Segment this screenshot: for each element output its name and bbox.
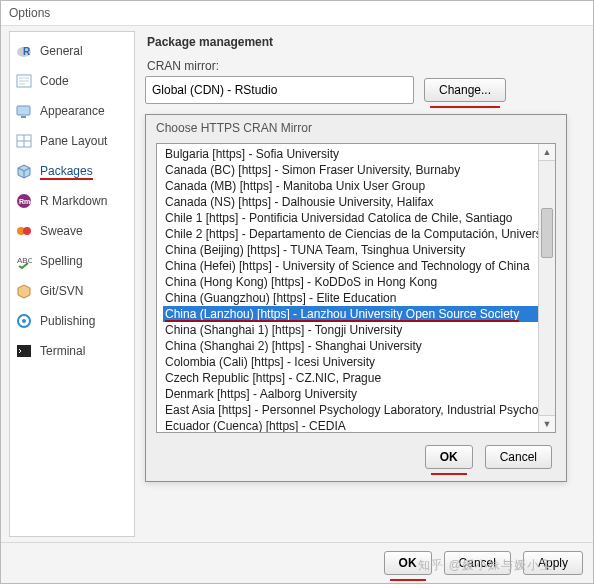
scroll-up-icon[interactable]: ▲ (539, 144, 555, 161)
mirror-list-item[interactable]: Chile 2 [https] - Departamento de Cienci… (163, 226, 539, 242)
mirror-list-item[interactable]: China (Hong Kong) [https] - KoDDoS in Ho… (163, 274, 539, 290)
svg-rect-13 (17, 345, 31, 357)
ok-button-wrap: OK (425, 445, 473, 469)
dialog-ok-button[interactable]: OK (425, 445, 473, 469)
svg-rect-3 (17, 106, 30, 115)
rmarkdown-icon: Rmd (16, 193, 32, 209)
mirror-list-item[interactable]: Czech Republic [https] - CZ.NIC, Prague (163, 370, 539, 386)
dialog-button-row: OK Cancel (146, 433, 566, 481)
mirror-list-item[interactable]: Ecuador (Cuenca) [https] - CEDIA (163, 418, 539, 432)
sidebar-item-label: Spelling (40, 254, 83, 268)
options-ok-button[interactable]: OK (384, 551, 432, 575)
mirror-list-item[interactable]: Canada (MB) [https] - Manitoba Unix User… (163, 178, 539, 194)
sidebar-item-label: Code (40, 74, 69, 88)
pane-layout-icon (16, 133, 32, 149)
mirror-list-item[interactable]: China (Shanghai 2) [https] - Shanghai Un… (163, 338, 539, 354)
sidebar-item-sweave[interactable]: Sweave (10, 216, 134, 246)
mirror-listbox[interactable]: Bulgaria [https] - Sofia UniversityCanad… (156, 143, 556, 433)
sidebar-item-label: Terminal (40, 344, 85, 358)
svg-text:R: R (23, 46, 31, 57)
svg-rect-4 (21, 116, 26, 118)
sidebar-item-label: General (40, 44, 83, 58)
terminal-icon (16, 343, 32, 359)
packages-icon (16, 163, 32, 179)
appearance-icon (16, 103, 32, 119)
mirror-list-item[interactable]: Bulgaria [https] - Sofia University (163, 146, 539, 162)
cran-mirror-row: Change... (145, 76, 583, 104)
sidebar-item-rmarkdown[interactable]: Rmd R Markdown (10, 186, 134, 216)
sidebar-item-label: Packages (40, 164, 93, 178)
mirror-list-item[interactable]: Canada (BC) [https] - Simon Fraser Unive… (163, 162, 539, 178)
code-icon (16, 73, 32, 89)
mirror-list-item[interactable]: Chile 1 [https] - Pontificia Universidad… (163, 210, 539, 226)
publishing-icon (16, 313, 32, 329)
dialog-title: Choose HTTPS CRAN Mirror (146, 115, 566, 143)
main-ok-wrap: OK (384, 551, 432, 575)
sidebar-item-packages[interactable]: Packages (10, 156, 134, 186)
mirror-list-item[interactable]: East Asia [https] - Personnel Psychology… (163, 402, 539, 418)
mirror-list-item[interactable]: China (Hefei) [https] - University of Sc… (163, 258, 539, 274)
sidebar-item-general[interactable]: R General (10, 36, 134, 66)
window-titlebar: Options (1, 1, 593, 26)
sidebar-item-label: Appearance (40, 104, 105, 118)
cran-mirror-label: CRAN mirror: (147, 59, 583, 73)
sidebar-item-spelling[interactable]: ABC Spelling (10, 246, 134, 276)
scroll-down-icon[interactable]: ▼ (539, 415, 555, 432)
change-button[interactable]: Change... (424, 78, 506, 102)
mirror-list-item[interactable]: China (Lanzhou) [https] - Lanzhou Univer… (163, 306, 539, 322)
mirror-list-item[interactable]: Denmark [https] - Aalborg University (163, 386, 539, 402)
mirror-list-items: Bulgaria [https] - Sofia UniversityCanad… (157, 144, 539, 432)
scrollbar[interactable]: ▲ ▼ (538, 144, 555, 432)
mirror-list-item[interactable]: China (Guangzhou) [https] - Elite Educat… (163, 290, 539, 306)
mirror-list-item[interactable]: China (Shanghai 1) [https] - Tongji Univ… (163, 322, 539, 338)
svg-point-12 (22, 319, 26, 323)
sidebar-item-code[interactable]: Code (10, 66, 134, 96)
spelling-icon: ABC (16, 253, 32, 269)
sidebar-item-label: R Markdown (40, 194, 107, 208)
sidebar-item-label: Sweave (40, 224, 83, 238)
mirror-list-item[interactable]: China (Beijing) [https] - TUNA Team, Tsi… (163, 242, 539, 258)
r-logo-icon: R (16, 43, 32, 59)
sidebar-item-git-svn[interactable]: Git/SVN (10, 276, 134, 306)
change-button-wrap: Change... (424, 78, 506, 102)
mirror-list-item[interactable]: Canada (NS) [https] - Dalhousie Universi… (163, 194, 539, 210)
sidebar-item-appearance[interactable]: Appearance (10, 96, 134, 126)
sidebar-item-label: Publishing (40, 314, 95, 328)
sidebar-item-pane-layout[interactable]: Pane Layout (10, 126, 134, 156)
scroll-thumb[interactable] (541, 208, 553, 258)
cran-mirror-input[interactable] (145, 76, 414, 104)
options-window: Options R General Code Appearance Pane L… (0, 0, 594, 584)
dialog-cancel-button[interactable]: Cancel (485, 445, 552, 469)
svg-text:ABC: ABC (17, 256, 32, 265)
sidebar-item-label: Pane Layout (40, 134, 107, 148)
mirror-list-item[interactable]: Colombia (Cali) [https] - Icesi Universi… (163, 354, 539, 370)
sweave-icon (16, 223, 32, 239)
sidebar-item-publishing[interactable]: Publishing (10, 306, 134, 336)
sidebar-item-label: Git/SVN (40, 284, 83, 298)
options-apply-button[interactable]: Apply (523, 551, 583, 575)
options-sidebar: R General Code Appearance Pane Layout Pa… (9, 31, 135, 537)
options-main: Package management CRAN mirror: Change..… (135, 25, 593, 543)
options-cancel-button[interactable]: Cancel (444, 551, 511, 575)
choose-mirror-dialog: Choose HTTPS CRAN Mirror Bulgaria [https… (145, 114, 567, 482)
section-heading: Package management (147, 35, 583, 49)
git-icon (16, 283, 32, 299)
window-title: Options (9, 6, 50, 20)
svg-point-9 (23, 227, 31, 235)
sidebar-item-terminal[interactable]: Terminal (10, 336, 134, 366)
window-content: R General Code Appearance Pane Layout Pa… (1, 25, 593, 543)
options-bottombar: OK Cancel Apply (1, 542, 593, 583)
svg-text:Rmd: Rmd (19, 198, 32, 205)
